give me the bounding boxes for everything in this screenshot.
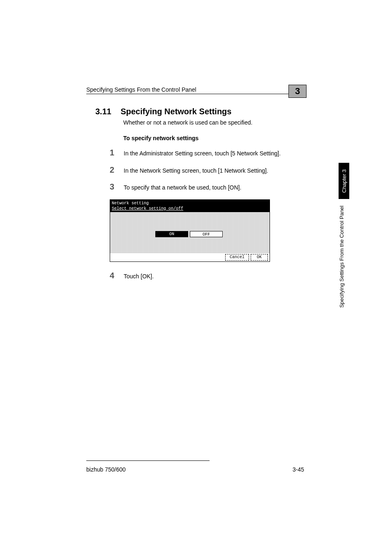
screenshot-footer: Cancel OK bbox=[110, 253, 270, 261]
footer-page-number: 3-45 bbox=[293, 466, 304, 473]
ok-button[interactable]: OK bbox=[251, 254, 268, 261]
screenshot-header: Network setting Select network setting o… bbox=[110, 200, 270, 212]
section-number: 3.11 bbox=[95, 107, 111, 116]
off-button[interactable]: OFF bbox=[190, 231, 223, 237]
side-label: Specifying Settings From the Control Pan… bbox=[339, 206, 349, 308]
section-title: Specifying Network Settings bbox=[120, 107, 231, 116]
footer-model: bizhub 750/600 bbox=[86, 466, 126, 473]
screenshot-body: ON OFF Cancel OK bbox=[110, 212, 270, 261]
screenshot-title: Network setting bbox=[112, 201, 268, 206]
header-rule bbox=[86, 94, 306, 94]
device-screenshot: Network setting Select network setting o… bbox=[110, 199, 270, 262]
chapter-number-box: 3 bbox=[288, 85, 307, 98]
section-heading: 3.11 Specifying Network Settings bbox=[95, 107, 231, 116]
running-head: Specifying Settings From the Control Pan… bbox=[86, 86, 196, 93]
step-text: Touch [OK]. bbox=[124, 273, 154, 281]
screenshot-subtitle: Select network setting on/off bbox=[112, 206, 268, 211]
step-text: In the Administrator Setting screen, tou… bbox=[124, 150, 281, 158]
step-item: 4 Touch [OK]. bbox=[110, 271, 307, 281]
step-number: 3 bbox=[110, 182, 124, 192]
section-intro: Whether or not a network is used can be … bbox=[123, 119, 252, 126]
step-text: To specify that a network be used, touch… bbox=[124, 184, 241, 192]
footer-rule bbox=[86, 460, 210, 461]
step-text: In the Network Setting screen, touch [1 … bbox=[124, 167, 268, 175]
step-list: 1 In the Administrator Setting screen, t… bbox=[110, 145, 307, 288]
step-item: 1 In the Administrator Setting screen, t… bbox=[110, 148, 307, 158]
on-button[interactable]: ON bbox=[155, 231, 188, 237]
step-number: 4 bbox=[110, 271, 124, 280]
step-item: 3 To specify that a network be used, tou… bbox=[110, 182, 307, 192]
document-page: Specifying Settings From the Control Pan… bbox=[0, 0, 392, 555]
step-number: 1 bbox=[110, 148, 124, 157]
chapter-tab: Chapter 3 bbox=[339, 163, 349, 199]
cancel-button[interactable]: Cancel bbox=[225, 254, 249, 261]
section-subhead: To specify network settings bbox=[123, 135, 198, 141]
step-number: 2 bbox=[110, 165, 124, 175]
step-item: 2 In the Network Setting screen, touch [… bbox=[110, 165, 307, 175]
